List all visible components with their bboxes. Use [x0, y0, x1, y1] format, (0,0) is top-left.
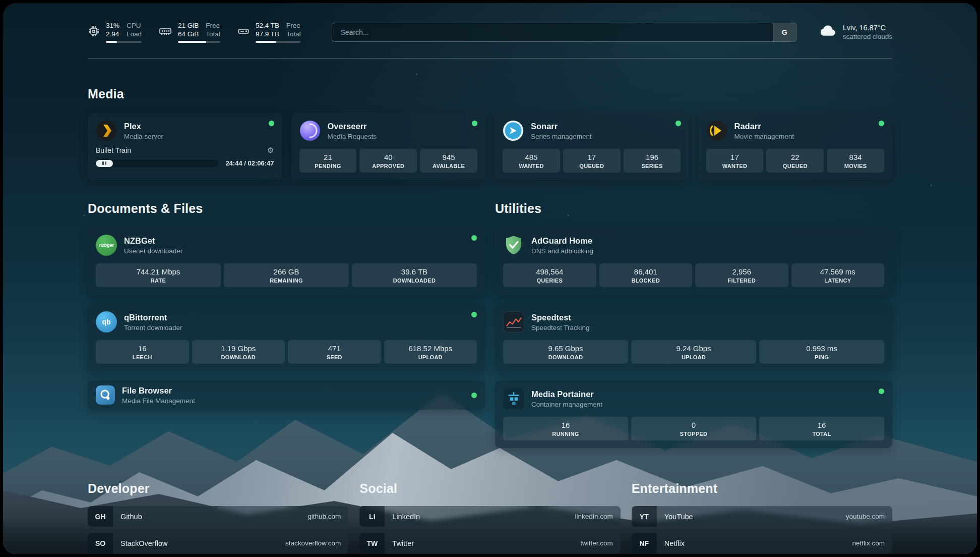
search-engine-button[interactable]: G [773, 23, 796, 41]
stat-wanted: 17 WANTED [706, 149, 764, 173]
bookmark-url: stackoverflow.com [285, 539, 341, 547]
top-bar: 31% CPU 2.94 Load [88, 3, 892, 43]
cpu-widget: 31% CPU 2.94 Load [88, 21, 142, 43]
service-description: Container management [531, 401, 602, 408]
service-card-nzbget[interactable]: nzbget NZBGet Usenet downloader 744.21 M… [88, 227, 485, 295]
bookmark-name: Netflix [664, 539, 685, 547]
stat-blocked: 86,401 BLOCKED [599, 263, 693, 287]
service-card-plex[interactable]: Plex Media server Bullet Train ⚙ [88, 113, 282, 180]
stat-queries: 498,564 QUERIES [503, 263, 596, 287]
service-description: Movie management [734, 133, 794, 140]
memory-widget: 21 GiB Free 64 GiB Total [159, 21, 220, 43]
status-dot [471, 393, 477, 398]
status-dot [472, 121, 477, 126]
stat-approved: 40 APPROVED [359, 149, 417, 173]
section-title-social: Social [359, 481, 620, 496]
stat-total: 16 TOTAL [759, 417, 884, 440]
status-dot [471, 235, 477, 241]
bookmark-name: Github [120, 513, 142, 521]
cloud-icon [819, 24, 837, 40]
bookmark-name: Twitter [392, 539, 414, 547]
stat-available: 945 AVAILABLE [420, 149, 477, 173]
disk-free-label: Free [286, 21, 301, 30]
service-name: NZBGet [124, 236, 182, 246]
stat-queued: 17 QUEUED [563, 149, 621, 173]
service-card-speedtest[interactable]: Speedtest Speedtest Tracking 9.65 Gbps D… [495, 304, 892, 371]
bookmark-github[interactable]: GH Github github.com [88, 506, 348, 527]
topbar-divider [88, 58, 892, 59]
service-description: Series management [531, 133, 592, 140]
disk-progress-bar [256, 41, 301, 43]
disk-widget: 52.4 TB Free 97.9 TB Total [237, 21, 301, 43]
weather-location: Lviv, 16.87°C [843, 24, 892, 32]
qbittorrent-icon: qb [96, 311, 117, 332]
stat-stopped: 0 STOPPED [631, 417, 756, 440]
section-utilities: Utilities AdGuard [495, 201, 892, 448]
bookmarks-social: Social LI LinkedIn linkedin.com TW Twitt… [359, 481, 620, 554]
plex-icon [96, 120, 117, 141]
bookmarks-entertainment: Entertainment YT YouTube youtube.com NF … [632, 481, 892, 554]
pause-icon [102, 161, 104, 165]
stat-leech: 16 LEECH [96, 340, 189, 364]
snow-specks [3, 3, 4, 4]
bookmark-twitter[interactable]: TW Twitter twitter.com [359, 533, 620, 553]
now-playing-title: Bullet Train [96, 146, 131, 154]
sonarr-icon [503, 120, 524, 141]
status-dot [269, 121, 274, 126]
cpu-usage-label: CPU [127, 21, 142, 30]
stat-download: 9.65 Gbps DOWNLOAD [503, 340, 628, 364]
bookmark-url: github.com [308, 513, 341, 520]
bookmark-abbr: GH [88, 506, 113, 527]
service-name: AdGuard Home [531, 236, 593, 246]
service-description: Media server [124, 133, 163, 140]
service-card-radarr[interactable]: Radarr Movie management 17 WANTED 22 QUE… [698, 113, 893, 180]
playback-progress-fill [96, 160, 113, 167]
service-card-portainer[interactable]: Media Portainer Container management 16 … [495, 380, 892, 448]
radarr-icon [706, 120, 727, 141]
status-dot [879, 121, 884, 126]
memory-free-value: 21 GiB [178, 21, 199, 30]
service-description: Speedtest Tracking [531, 324, 590, 331]
service-card-overseerr[interactable]: Overseerr Media Requests 21 PENDING 40 A… [291, 113, 486, 180]
bookmark-url: twitter.com [580, 539, 613, 547]
stat-upload: 618.52 Mbps UPLOAD [384, 340, 477, 364]
bookmark-name: LinkedIn [392, 513, 420, 521]
speedtest-icon [503, 311, 524, 332]
bookmark-abbr: SO [88, 533, 113, 553]
memory-free-label: Free [206, 21, 220, 30]
service-card-sonarr[interactable]: Sonarr Series management 485 WANTED 17 Q… [495, 113, 689, 180]
bookmark-youtube[interactable]: YT YouTube youtube.com [632, 506, 892, 527]
stat-ping: 0.993 ms PING [759, 340, 884, 364]
stat-filtered: 2,956 FILTERED [695, 263, 788, 287]
bookmark-stackoverflow[interactable]: SO StackOverflow stackoverflow.com [88, 533, 348, 553]
memory-icon [159, 25, 172, 37]
service-name: qBittorrent [124, 313, 182, 322]
bookmark-linkedin[interactable]: LI LinkedIn linkedin.com [359, 506, 620, 527]
playback-progress-bar[interactable] [96, 160, 218, 167]
bookmark-netflix[interactable]: NF Netflix netflix.com [632, 533, 892, 553]
bookmark-url: youtube.com [846, 513, 885, 520]
search-input[interactable] [332, 23, 772, 41]
gear-icon[interactable]: ⚙ [267, 146, 274, 155]
service-description: Usenet downloader [124, 247, 182, 255]
section-media: Media Plex [88, 87, 892, 180]
section-title-entertainment: Entertainment [632, 481, 892, 496]
overseerr-icon [299, 120, 321, 141]
service-name: Plex [124, 122, 163, 131]
memory-progress-bar [178, 41, 220, 43]
stat-wanted: 485 WANTED [503, 149, 560, 173]
service-card-qbittorrent[interactable]: qb qBittorrent Torrent downloader 16 LEE… [88, 304, 485, 371]
service-name: Sonarr [531, 122, 592, 131]
service-card-filebrowser[interactable]: File Browser Media File Management [88, 380, 485, 410]
cpu-progress-bar [106, 41, 142, 43]
weather-widget: Lviv, 16.87°C scattered clouds [819, 24, 892, 40]
stat-remaining: 266 GB REMAINING [224, 263, 349, 287]
service-card-adguard[interactable]: AdGuard Home DNS and adblocking 498,564 … [495, 227, 892, 295]
section-title-utilities: Utilities [495, 201, 892, 216]
section-title-developer: Developer [88, 481, 348, 496]
adguard-icon [503, 235, 524, 256]
cpu-load-value: 2.94 [106, 30, 119, 38]
bookmark-abbr: YT [632, 506, 657, 527]
section-documents-files: Documents & Files nzbget NZBGet Usenet d… [88, 201, 485, 448]
stat-pending: 21 PENDING [299, 149, 357, 173]
